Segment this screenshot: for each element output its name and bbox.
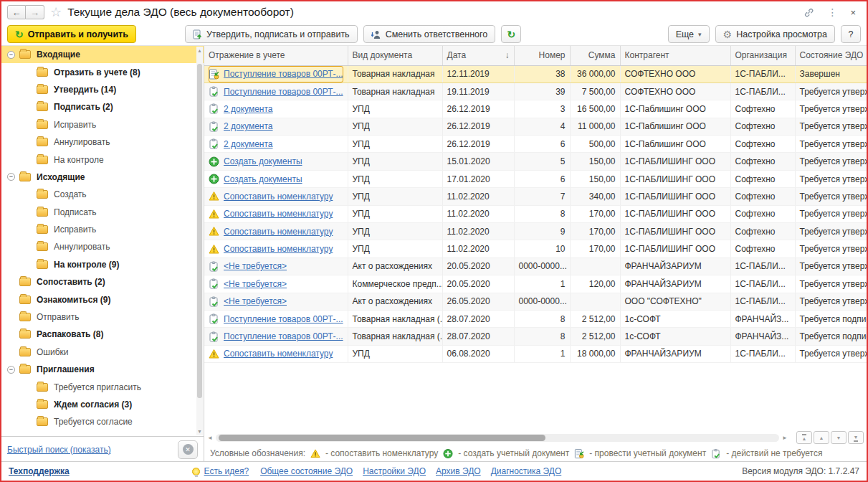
- document-link[interactable]: <Не требуется>: [224, 296, 287, 306]
- change-responsible-button[interactable]: Сменить ответственного: [363, 25, 496, 43]
- tree-item-10[interactable]: Исправить: [1, 221, 204, 238]
- tree-item-5[interactable]: Аннулировать: [1, 133, 204, 151]
- table-row[interactable]: Сопоставить номенклатуруУПД11.02.2020817…: [204, 205, 867, 222]
- document-link[interactable]: <Не требуется>: [224, 261, 287, 271]
- tree-item-14[interactable]: Ознакомиться (9): [1, 290, 204, 308]
- column-header-7[interactable]: Состояние ЭДО: [795, 46, 867, 65]
- tree-item-1[interactable]: Отразить в учете (8): [1, 63, 204, 80]
- scroll-right-icon[interactable]: ►: [782, 435, 788, 441]
- go-first-button[interactable]: ▲: [796, 431, 812, 444]
- document-link[interactable]: Поступление товаров 00РТ-...: [224, 331, 343, 341]
- more-menu-icon[interactable]: ⋮: [824, 6, 841, 18]
- go-previous-button[interactable]: ▲: [814, 431, 829, 444]
- tree-item-8[interactable]: Создать: [1, 186, 204, 203]
- column-header-1[interactable]: Вид документа: [348, 46, 442, 65]
- footer-link-3[interactable]: Диагностика ЭДО: [491, 466, 562, 476]
- document-link[interactable]: 2 документа: [224, 139, 273, 149]
- document-link[interactable]: 2 документа: [224, 104, 273, 114]
- document-link[interactable]: <Не требуется>: [224, 279, 287, 289]
- document-link[interactable]: Сопоставить номенклатуру: [224, 349, 333, 359]
- scroll-down-icon[interactable]: ▼: [196, 429, 203, 434]
- tree-item-16[interactable]: Распаковать (8): [1, 326, 204, 343]
- tree-item-21[interactable]: Требуется согласие: [1, 413, 204, 430]
- get-link-icon[interactable]: [800, 7, 818, 18]
- tree-scrollbar-thumb[interactable]: [197, 64, 202, 398]
- tree-item-0[interactable]: −Входящие: [1, 46, 204, 63]
- tree-item-11[interactable]: Аннулировать: [1, 238, 204, 255]
- tech-support-link[interactable]: Техподдержка: [9, 466, 70, 476]
- collapse-icon[interactable]: −: [7, 51, 15, 59]
- table-row[interactable]: 2 документаУПД26.12.2019316 500,001С-Паб…: [204, 100, 867, 118]
- go-next-button[interactable]: ▼: [831, 431, 846, 444]
- column-header-6[interactable]: Организация: [730, 46, 795, 65]
- table-row[interactable]: Поступление товаров 00РТ-...Товарная нак…: [204, 65, 867, 82]
- tree-item-13[interactable]: Сопоставить (2): [1, 273, 204, 290]
- table-row[interactable]: Сопоставить номенклатуруУПД11.02.2020101…: [204, 240, 867, 257]
- tree-item-6[interactable]: На контроле: [1, 151, 204, 168]
- table-row[interactable]: Поступление товаров 00РТ-...Товарная нак…: [204, 328, 867, 345]
- footer-link-1[interactable]: Настройки ЭДО: [363, 466, 426, 476]
- document-link[interactable]: 2 документа: [224, 121, 273, 131]
- tree-item-15[interactable]: Отправить: [1, 308, 204, 326]
- table-row[interactable]: <Не требуется>Акт о расхождениях20.05.20…: [204, 257, 867, 275]
- footer-link-2[interactable]: Архив ЭДО: [436, 466, 481, 476]
- column-header-0[interactable]: Отражение в учете: [204, 46, 348, 65]
- document-link[interactable]: Сопоставить номенклатуру: [224, 227, 333, 237]
- forward-button[interactable]: →: [26, 5, 44, 19]
- view-settings-button[interactable]: ⚙ Настройка просмотра: [715, 25, 835, 43]
- table-row[interactable]: 2 документаУПД26.12.2019411 000,001С-Паб…: [204, 118, 867, 135]
- table-row[interactable]: Сопоставить номенклатуруУПД11.02.2020734…: [204, 188, 867, 205]
- table-row[interactable]: Создать документыУПД17.01.20206150,001С-…: [204, 170, 867, 187]
- column-header-4[interactable]: Сумма: [570, 46, 620, 65]
- help-button[interactable]: ?: [841, 25, 861, 43]
- document-link[interactable]: Сопоставить номенклатуру: [224, 192, 333, 202]
- column-header-3[interactable]: Номер: [514, 46, 570, 65]
- more-button[interactable]: Еще ▾: [668, 25, 710, 43]
- tree-item-12[interactable]: На контроле (9): [1, 256, 204, 273]
- approve-sign-send-button[interactable]: Утвердить, подписать и отправить: [185, 25, 358, 43]
- tree-scrollbar[interactable]: ▲ ▼: [196, 47, 203, 435]
- tree-item-4[interactable]: Исправить: [1, 116, 204, 133]
- document-link[interactable]: Поступление товаров 00РТ-...: [224, 87, 343, 97]
- document-link[interactable]: Сопоставить номенклатуру: [224, 244, 333, 254]
- refresh-list-button[interactable]: ↻: [501, 25, 521, 43]
- send-receive-button[interactable]: ↻ Отправить и получить: [7, 25, 136, 43]
- table-row[interactable]: <Не требуется>Акт о расхождениях26.05.20…: [204, 293, 867, 310]
- footer-link-0[interactable]: Общее состояние ЭДО: [260, 466, 353, 476]
- table-row[interactable]: <Не требуется>Коммерческое предп...20.05…: [204, 275, 867, 293]
- table-row[interactable]: Поступление товаров 00РТ-...Товарная нак…: [204, 310, 867, 327]
- tree-item-19[interactable]: Требуется пригласить: [1, 378, 204, 395]
- scroll-left-icon[interactable]: ◄: [207, 435, 213, 441]
- clear-search-button[interactable]: ✕: [178, 440, 198, 459]
- back-button[interactable]: ←: [7, 5, 26, 19]
- document-link[interactable]: Создать документы: [224, 156, 302, 166]
- table-row[interactable]: 2 документаУПД26.12.20196500,001С-Паблиш…: [204, 136, 867, 153]
- tree-item-20[interactable]: Ждем согласия (3): [1, 396, 204, 413]
- quick-search-link[interactable]: Быстрый поиск (показать): [7, 445, 111, 455]
- column-header-5[interactable]: Контрагент: [620, 46, 730, 65]
- document-link[interactable]: Поступление товаров 00РТ-...: [224, 314, 343, 324]
- tree-item-3[interactable]: Подписать (2): [1, 98, 204, 115]
- hscroll-thumb[interactable]: [219, 435, 545, 441]
- document-link[interactable]: Поступление товаров 00РТ-...: [224, 69, 343, 79]
- document-link[interactable]: Создать документы: [224, 174, 302, 184]
- tree-item-17[interactable]: Ошибки: [1, 344, 204, 361]
- favorite-star-icon[interactable]: ☆: [50, 6, 62, 19]
- tree-item-9[interactable]: Подписать: [1, 204, 204, 221]
- collapse-icon[interactable]: −: [7, 173, 15, 181]
- tree-item-18[interactable]: −Приглашения: [1, 361, 204, 378]
- table-row[interactable]: Сопоставить номенклатуруУПД06.08.2020118…: [204, 345, 867, 362]
- idea-link[interactable]: Есть идея?: [204, 466, 249, 476]
- table-row[interactable]: Сопоставить номенклатуруУПД11.02.2020917…: [204, 223, 867, 240]
- go-last-button[interactable]: ▼: [848, 431, 864, 444]
- horizontal-scrollbar[interactable]: ◄ ► ▲ ▲ ▼ ▼: [204, 430, 867, 445]
- collapse-icon[interactable]: −: [7, 366, 15, 374]
- tree-item-7[interactable]: −Исходящие: [1, 169, 204, 186]
- column-header-2[interactable]: Дата↓: [442, 46, 514, 65]
- document-link[interactable]: Сопоставить номенклатуру: [224, 209, 333, 219]
- hscroll-track[interactable]: [216, 434, 779, 442]
- table-row[interactable]: Поступление товаров 00РТ-...Товарная нак…: [204, 82, 867, 100]
- close-window-icon[interactable]: ×: [846, 7, 859, 18]
- table-row[interactable]: Создать документыУПД15.01.20205150,001С-…: [204, 153, 867, 170]
- scroll-up-icon[interactable]: ▲: [196, 48, 203, 53]
